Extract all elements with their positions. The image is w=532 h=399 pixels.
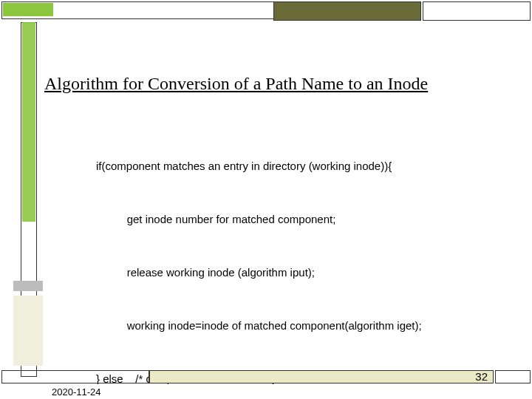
left-light-block — [13, 296, 43, 366]
code-line: working inode=inode of matched component… — [96, 317, 517, 335]
slide: Algorithm for Conversion of a Path Name … — [0, 0, 532, 399]
content-area: Algorithm for Conversion of a Path Name … — [44, 30, 517, 355]
algorithm-code: if(component matches an entry in directo… — [52, 122, 517, 399]
top-border-right — [423, 1, 531, 21]
left-grey-block — [13, 281, 43, 291]
top-green-block — [3, 3, 53, 16]
slide-title: Algorithm for Conversion of a Path Name … — [44, 74, 517, 94]
bottom-cream-block — [149, 370, 494, 383]
left-green-block — [22, 22, 35, 222]
top-decoration — [0, 0, 532, 22]
bottom-bar: 2020-11-24 — [0, 384, 532, 399]
page-number: 32 — [475, 370, 488, 383]
code-line: release working inode (algorithm iput); — [96, 264, 517, 282]
top-khaki-block — [273, 1, 421, 21]
code-line: if(component matches an entry in directo… — [96, 157, 517, 175]
bottom-decoration — [1, 370, 531, 383]
bottom-border-right — [495, 370, 531, 383]
code-line: get inode number for matched component; — [96, 211, 517, 228]
left-decoration — [6, 22, 41, 377]
footer-date: 2020-11-24 — [52, 386, 101, 398]
bottom-border-left — [1, 370, 149, 383]
